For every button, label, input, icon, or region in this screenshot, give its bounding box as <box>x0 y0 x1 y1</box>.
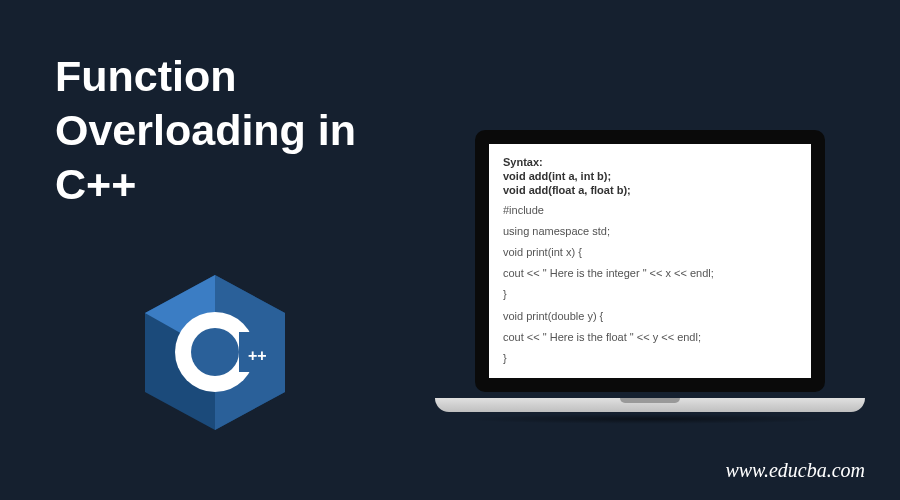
code-line-8: } <box>503 352 797 365</box>
title-line-3: C++ <box>55 158 356 212</box>
laptop-frame: Syntax: void add(int a, int b); void add… <box>475 130 825 392</box>
syntax-label: Syntax: <box>503 156 797 169</box>
footer-url: www.educba.com <box>725 459 865 482</box>
svg-text:++: ++ <box>248 347 267 364</box>
code-line-5: } <box>503 288 797 301</box>
page-title: Function Overloading in C++ <box>55 50 356 211</box>
laptop-base <box>435 398 865 412</box>
code-line-3: void print(int x) { <box>503 246 797 259</box>
laptop-shadow <box>460 414 840 424</box>
code-proto-1: void add(int a, int b); <box>503 170 797 183</box>
title-line-2: Overloading in <box>55 104 356 158</box>
code-line-4: cout << " Here is the integer " << x << … <box>503 267 797 280</box>
code-line-1: #include <box>503 204 797 217</box>
title-line-1: Function <box>55 50 356 104</box>
laptop-notch <box>620 398 680 403</box>
code-proto-2: void add(float a, float b); <box>503 184 797 197</box>
code-line-6: void print(double y) { <box>503 310 797 323</box>
cpp-hexagon-icon: ++ <box>145 275 285 430</box>
code-line-7: cout << " Here is the float " << y << en… <box>503 331 797 344</box>
svg-point-4 <box>191 328 239 376</box>
code-line-2: using namespace std; <box>503 225 797 238</box>
laptop-illustration: Syntax: void add(int a, int b); void add… <box>435 130 865 430</box>
code-screen: Syntax: void add(int a, int b); void add… <box>489 144 811 378</box>
cpp-logo: ++ <box>145 275 285 430</box>
